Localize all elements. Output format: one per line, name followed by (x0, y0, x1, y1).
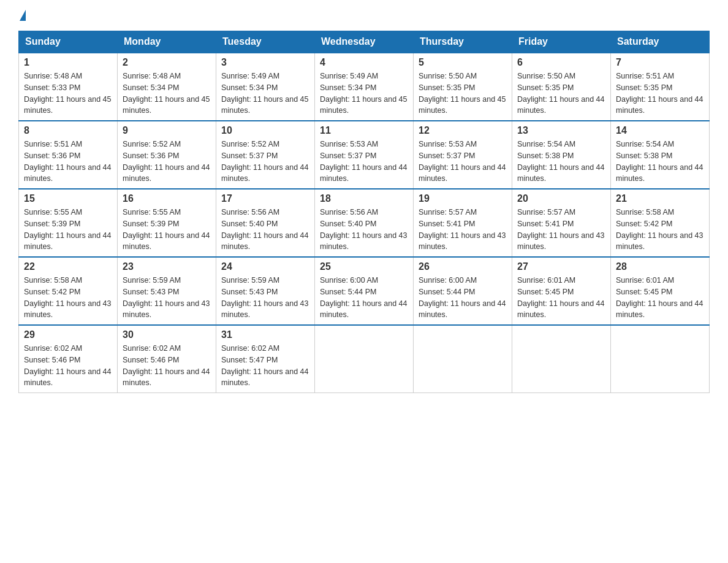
weekday-header-monday: Monday (118, 31, 216, 53)
day-info: Sunrise: 5:48 AMSunset: 5:33 PMDaylight:… (24, 72, 111, 115)
day-info: Sunrise: 5:56 AMSunset: 5:40 PMDaylight:… (320, 208, 407, 251)
calendar-cell: 23 Sunrise: 5:59 AMSunset: 5:43 PMDaylig… (118, 257, 216, 325)
logo (18, 12, 26, 23)
day-info: Sunrise: 5:58 AMSunset: 5:42 PMDaylight:… (616, 208, 703, 251)
day-number: 2 (123, 57, 211, 68)
day-number: 17 (221, 193, 309, 204)
day-info: Sunrise: 5:54 AMSunset: 5:38 PMDaylight:… (616, 140, 703, 183)
day-info: Sunrise: 5:57 AMSunset: 5:41 PMDaylight:… (517, 208, 604, 251)
day-info: Sunrise: 6:01 AMSunset: 5:45 PMDaylight:… (616, 276, 703, 319)
calendar: SundayMondayTuesdayWednesdayThursdayFrid… (18, 31, 710, 393)
day-number: 19 (419, 193, 507, 204)
day-number: 18 (320, 193, 408, 204)
calendar-cell: 28 Sunrise: 6:01 AMSunset: 5:45 PMDaylig… (611, 257, 710, 325)
day-number: 20 (517, 193, 605, 204)
day-number: 21 (616, 193, 704, 204)
day-number: 13 (517, 125, 605, 136)
day-info: Sunrise: 6:01 AMSunset: 5:45 PMDaylight:… (517, 276, 604, 319)
calendar-cell: 21 Sunrise: 5:58 AMSunset: 5:42 PMDaylig… (611, 189, 710, 257)
day-number: 9 (123, 125, 211, 136)
day-number: 27 (517, 261, 605, 272)
day-info: Sunrise: 5:49 AMSunset: 5:34 PMDaylight:… (221, 72, 308, 115)
day-info: Sunrise: 6:00 AMSunset: 5:44 PMDaylight:… (419, 276, 506, 319)
calendar-cell (414, 325, 512, 393)
week-row-4: 22 Sunrise: 5:58 AMSunset: 5:42 PMDaylig… (19, 257, 710, 325)
calendar-cell: 6 Sunrise: 5:50 AMSunset: 5:35 PMDayligh… (512, 53, 611, 121)
calendar-cell: 31 Sunrise: 6:02 AMSunset: 5:47 PMDaylig… (216, 325, 315, 393)
day-number: 28 (616, 261, 704, 272)
day-number: 3 (221, 57, 309, 68)
day-number: 10 (221, 125, 309, 136)
day-number: 31 (221, 329, 309, 340)
day-info: Sunrise: 5:50 AMSunset: 5:35 PMDaylight:… (419, 72, 506, 115)
weekday-header-sunday: Sunday (19, 31, 118, 53)
day-info: Sunrise: 6:02 AMSunset: 5:46 PMDaylight:… (123, 344, 210, 387)
calendar-cell: 11 Sunrise: 5:53 AMSunset: 5:37 PMDaylig… (315, 121, 414, 189)
day-number: 15 (24, 193, 112, 204)
day-number: 25 (320, 261, 408, 272)
day-info: Sunrise: 5:57 AMSunset: 5:41 PMDaylight:… (419, 208, 506, 251)
day-info: Sunrise: 5:50 AMSunset: 5:35 PMDaylight:… (517, 72, 604, 115)
calendar-cell (315, 325, 414, 393)
day-info: Sunrise: 5:49 AMSunset: 5:34 PMDaylight:… (320, 72, 407, 115)
day-info: Sunrise: 6:00 AMSunset: 5:44 PMDaylight:… (320, 276, 407, 319)
day-number: 30 (123, 329, 211, 340)
day-number: 1 (24, 57, 112, 68)
calendar-cell: 26 Sunrise: 6:00 AMSunset: 5:44 PMDaylig… (414, 257, 512, 325)
day-info: Sunrise: 5:54 AMSunset: 5:38 PMDaylight:… (517, 140, 604, 183)
calendar-cell: 12 Sunrise: 5:53 AMSunset: 5:37 PMDaylig… (414, 121, 512, 189)
day-number: 29 (24, 329, 112, 340)
calendar-cell: 7 Sunrise: 5:51 AMSunset: 5:35 PMDayligh… (611, 53, 710, 121)
day-info: Sunrise: 5:52 AMSunset: 5:36 PMDaylight:… (123, 140, 210, 183)
calendar-cell: 27 Sunrise: 6:01 AMSunset: 5:45 PMDaylig… (512, 257, 611, 325)
week-row-2: 8 Sunrise: 5:51 AMSunset: 5:36 PMDayligh… (19, 121, 710, 189)
calendar-cell: 2 Sunrise: 5:48 AMSunset: 5:34 PMDayligh… (118, 53, 216, 121)
calendar-cell: 18 Sunrise: 5:56 AMSunset: 5:40 PMDaylig… (315, 189, 414, 257)
calendar-cell (512, 325, 611, 393)
weekday-header-thursday: Thursday (414, 31, 512, 53)
calendar-cell: 17 Sunrise: 5:56 AMSunset: 5:40 PMDaylig… (216, 189, 315, 257)
day-info: Sunrise: 5:48 AMSunset: 5:34 PMDaylight:… (123, 72, 210, 115)
day-info: Sunrise: 5:58 AMSunset: 5:42 PMDaylight:… (24, 276, 111, 319)
day-number: 4 (320, 57, 408, 68)
day-info: Sunrise: 5:52 AMSunset: 5:37 PMDaylight:… (221, 140, 308, 183)
day-info: Sunrise: 6:02 AMSunset: 5:46 PMDaylight:… (24, 344, 111, 387)
day-info: Sunrise: 5:53 AMSunset: 5:37 PMDaylight:… (419, 140, 506, 183)
day-number: 6 (517, 57, 605, 68)
day-info: Sunrise: 5:59 AMSunset: 5:43 PMDaylight:… (221, 276, 308, 319)
weekday-header-row: SundayMondayTuesdayWednesdayThursdayFrid… (19, 31, 710, 53)
day-info: Sunrise: 5:51 AMSunset: 5:36 PMDaylight:… (24, 140, 111, 183)
day-number: 14 (616, 125, 704, 136)
calendar-cell: 15 Sunrise: 5:55 AMSunset: 5:39 PMDaylig… (19, 189, 118, 257)
day-number: 5 (419, 57, 507, 68)
calendar-cell: 8 Sunrise: 5:51 AMSunset: 5:36 PMDayligh… (19, 121, 118, 189)
day-info: Sunrise: 5:56 AMSunset: 5:40 PMDaylight:… (221, 208, 308, 251)
day-number: 26 (419, 261, 507, 272)
calendar-cell: 9 Sunrise: 5:52 AMSunset: 5:36 PMDayligh… (118, 121, 216, 189)
weekday-header-saturday: Saturday (611, 31, 710, 53)
day-number: 23 (123, 261, 211, 272)
weekday-header-wednesday: Wednesday (315, 31, 414, 53)
calendar-cell: 29 Sunrise: 6:02 AMSunset: 5:46 PMDaylig… (19, 325, 118, 393)
logo-triangle-icon (20, 10, 26, 21)
calendar-cell: 25 Sunrise: 6:00 AMSunset: 5:44 PMDaylig… (315, 257, 414, 325)
week-row-3: 15 Sunrise: 5:55 AMSunset: 5:39 PMDaylig… (19, 189, 710, 257)
day-info: Sunrise: 5:53 AMSunset: 5:37 PMDaylight:… (320, 140, 407, 183)
weekday-header-friday: Friday (512, 31, 611, 53)
day-number: 8 (24, 125, 112, 136)
header (18, 12, 710, 23)
calendar-cell: 24 Sunrise: 5:59 AMSunset: 5:43 PMDaylig… (216, 257, 315, 325)
day-number: 12 (419, 125, 507, 136)
day-info: Sunrise: 5:55 AMSunset: 5:39 PMDaylight:… (24, 208, 111, 251)
day-number: 7 (616, 57, 704, 68)
calendar-cell: 14 Sunrise: 5:54 AMSunset: 5:38 PMDaylig… (611, 121, 710, 189)
day-number: 24 (221, 261, 309, 272)
calendar-cell: 10 Sunrise: 5:52 AMSunset: 5:37 PMDaylig… (216, 121, 315, 189)
calendar-cell: 13 Sunrise: 5:54 AMSunset: 5:38 PMDaylig… (512, 121, 611, 189)
weekday-header-tuesday: Tuesday (216, 31, 315, 53)
calendar-cell: 30 Sunrise: 6:02 AMSunset: 5:46 PMDaylig… (118, 325, 216, 393)
calendar-cell: 16 Sunrise: 5:55 AMSunset: 5:39 PMDaylig… (118, 189, 216, 257)
calendar-cell (611, 325, 710, 393)
calendar-cell: 1 Sunrise: 5:48 AMSunset: 5:33 PMDayligh… (19, 53, 118, 121)
calendar-cell: 3 Sunrise: 5:49 AMSunset: 5:34 PMDayligh… (216, 53, 315, 121)
